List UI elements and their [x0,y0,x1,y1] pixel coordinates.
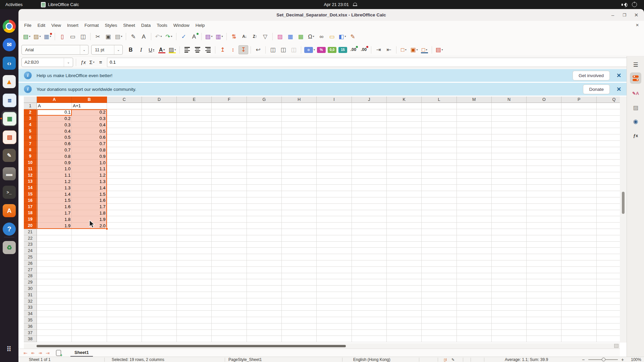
cell-L33[interactable] [422,305,457,311]
zoom-in-icon[interactable]: + [621,357,624,362]
cell-P36[interactable] [561,323,596,330]
cell-A26[interactable] [37,260,72,267]
cell-O14[interactable] [527,185,561,191]
cell-C6[interactable] [107,134,142,141]
cell-L27[interactable] [422,267,457,273]
cell-D5[interactable] [142,128,177,134]
cell-B32[interactable] [72,298,107,305]
clock[interactable]: Apr 21 23:01 [295,0,349,9]
cell-B25[interactable] [72,254,107,260]
cell-M27[interactable] [457,267,492,273]
cell-K34[interactable] [387,311,422,317]
cell-H6[interactable] [282,134,317,141]
font-name-select[interactable]: Arial⌄ [21,45,89,55]
donate-button[interactable]: Donate [583,84,610,94]
cell-K3[interactable] [387,116,422,122]
horizontal-scrollbar-thumb[interactable] [37,345,346,347]
delete-decimal-icon[interactable]: .00 [359,45,369,54]
cell-F36[interactable] [212,323,247,330]
cell-M7[interactable] [457,141,492,147]
row-header-33[interactable]: 33 [24,305,37,311]
cell-C13[interactable] [107,179,142,185]
cell-K18[interactable] [387,210,422,217]
cell-I14[interactable] [317,185,352,191]
dock-chrome[interactable] [3,20,16,33]
cell-Q15[interactable] [597,191,620,197]
cell-E28[interactable] [177,273,212,280]
cell-P32[interactable] [561,298,596,305]
cell-K29[interactable] [387,279,422,286]
cell-D25[interactable] [142,254,177,260]
cell-D1[interactable] [142,103,177,109]
cell-Q26[interactable] [597,260,620,267]
cell-L2[interactable] [422,109,457,116]
cell-B22[interactable] [72,235,107,242]
row-header-30[interactable]: 30 [24,286,37,292]
cell-B2[interactable]: 0.2 [72,109,107,116]
tab-sheet1[interactable]: Sheet1 [70,349,93,357]
cell-L20[interactable] [422,223,457,229]
auto-spellcheck-icon[interactable]: A [189,32,199,41]
cell-C33[interactable] [107,305,142,311]
column-header-P[interactable]: P [561,97,596,103]
spreadsheet-grid[interactable]: ABCDEFGHIJKLMNOPQ1AA+120.10.230.20.340.3… [24,97,620,343]
cell-C36[interactable] [107,323,142,330]
cell-B24[interactable] [72,248,107,254]
cell-J30[interactable] [352,286,387,292]
cell-C29[interactable] [107,279,142,286]
cell-B35[interactable] [72,317,107,323]
autosum-icon[interactable]: Σ▾ [88,58,96,67]
cell-F4[interactable] [212,122,247,128]
name-box-dropdown-icon[interactable]: ⌄ [64,58,73,67]
draw-functions-icon[interactable]: ✎ [348,32,358,41]
cell-L16[interactable] [422,197,457,204]
cell-A22[interactable] [37,235,72,242]
cell-P26[interactable] [561,260,596,267]
open-file-icon[interactable]: ▨▾ [32,32,42,41]
cell-E7[interactable] [177,141,212,147]
new-spreadsheet-icon[interactable]: ▤▾ [22,32,32,41]
cell-K21[interactable] [387,229,422,235]
cell-E3[interactable] [177,116,212,122]
cell-K6[interactable] [387,134,422,141]
cell-C31[interactable] [107,292,142,298]
cell-H34[interactable] [282,311,317,317]
insert-chart-icon[interactable]: ▦ [285,32,295,41]
column-header-D[interactable]: D [142,97,177,103]
cell-L32[interactable] [422,298,457,305]
cell-K12[interactable] [387,172,422,179]
cell-P8[interactable] [561,147,596,154]
vertical-scrollbar-thumb[interactable] [622,192,625,214]
cell-O6[interactable] [527,134,561,141]
cell-A38[interactable] [37,336,72,342]
cell-Q2[interactable] [597,109,620,116]
column-header-C[interactable]: C [107,97,142,103]
cell-G18[interactable] [247,210,282,217]
cell-O4[interactable] [527,122,561,128]
cell-N34[interactable] [492,311,527,317]
cell-B38[interactable] [72,336,107,342]
cell-D27[interactable] [142,267,177,273]
cell-C16[interactable] [107,197,142,204]
cell-Q1[interactable] [597,103,620,109]
cell-B14[interactable]: 1.4 [72,185,107,191]
cell-K23[interactable] [387,242,422,248]
cell-E19[interactable] [177,216,212,223]
cell-B34[interactable] [72,311,107,317]
cell-H2[interactable] [282,109,317,116]
cell-N27[interactable] [492,267,527,273]
cell-J4[interactable] [352,122,387,128]
cell-I4[interactable] [317,122,352,128]
cell-L26[interactable] [422,260,457,267]
cell-C38[interactable] [107,336,142,342]
selection-stats[interactable]: Average: 1.1; Sum: 39.9 [505,357,548,362]
column-header-H[interactable]: H [282,97,317,103]
row-header-28[interactable]: 28 [24,273,37,280]
cell-C22[interactable] [107,235,142,242]
cell-B9[interactable]: 0.9 [72,153,107,160]
align-bottom-icon[interactable]: ↧ [238,45,248,54]
cell-E37[interactable] [177,330,212,336]
cell-L25[interactable] [422,254,457,260]
cell-H12[interactable] [282,172,317,179]
volume-icon[interactable] [622,0,627,9]
